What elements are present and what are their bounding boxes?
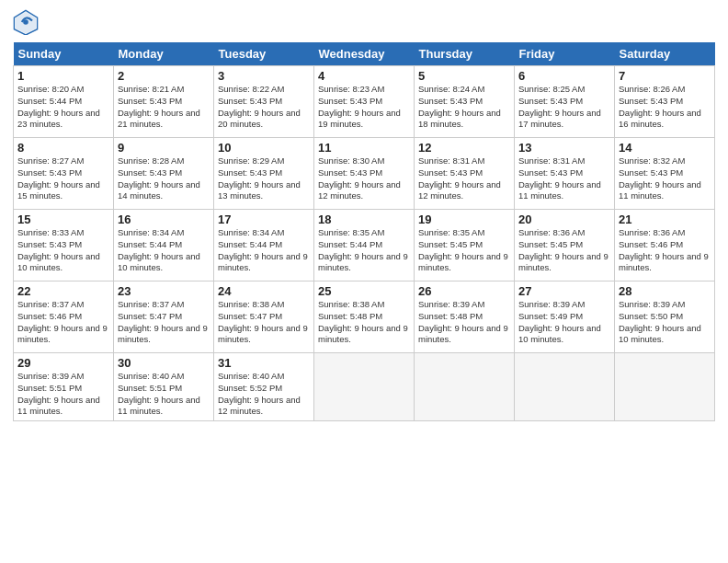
day-number: 14 <box>619 141 711 155</box>
cell-info: Sunrise: 8:20 AMSunset: 5:44 PMDaylight:… <box>17 84 100 129</box>
cell-info: Sunrise: 8:40 AMSunset: 5:52 PMDaylight:… <box>218 371 301 416</box>
day-number: 5 <box>418 69 510 83</box>
calendar-cell: 1Sunrise: 8:20 AMSunset: 5:44 PMDaylight… <box>14 66 114 138</box>
day-number: 17 <box>218 213 310 226</box>
cell-info: Sunrise: 8:31 AMSunset: 5:43 PMDaylight:… <box>518 155 601 201</box>
day-number: 12 <box>418 141 510 155</box>
day-number: 15 <box>17 213 109 226</box>
cell-info: Sunrise: 8:37 AMSunset: 5:47 PMDaylight:… <box>118 299 208 344</box>
cell-info: Sunrise: 8:26 AMSunset: 5:43 PMDaylight:… <box>619 84 701 129</box>
day-number: 3 <box>218 69 310 83</box>
day-number: 31 <box>218 356 310 370</box>
day-number: 6 <box>518 69 610 83</box>
week-row-5: 29Sunrise: 8:39 AMSunset: 5:51 PMDayligh… <box>14 353 715 421</box>
day-number: 20 <box>518 213 610 226</box>
day-number: 29 <box>17 356 109 370</box>
cell-info: Sunrise: 8:29 AMSunset: 5:43 PMDaylight:… <box>218 155 301 201</box>
calendar-cell: 24Sunrise: 8:38 AMSunset: 5:47 PMDayligh… <box>214 282 314 353</box>
day-header-monday: Monday <box>114 42 214 66</box>
calendar-table: SundayMondayTuesdayWednesdayThursdayFrid… <box>13 42 715 421</box>
day-header-sunday: Sunday <box>14 42 114 66</box>
calendar-cell: 18Sunrise: 8:35 AMSunset: 5:44 PMDayligh… <box>314 210 415 282</box>
day-number: 9 <box>118 141 210 155</box>
day-number: 7 <box>619 69 711 83</box>
day-number: 26 <box>418 284 510 298</box>
calendar-cell: 19Sunrise: 8:35 AMSunset: 5:45 PMDayligh… <box>415 210 515 282</box>
cell-info: Sunrise: 8:36 AMSunset: 5:45 PMDaylight:… <box>518 227 609 272</box>
calendar-cell <box>515 353 615 421</box>
svg-point-2 <box>23 19 28 25</box>
week-row-4: 22Sunrise: 8:37 AMSunset: 5:46 PMDayligh… <box>14 282 715 353</box>
calendar-cell: 2Sunrise: 8:21 AMSunset: 5:43 PMDaylight… <box>114 66 214 138</box>
calendar-cell: 20Sunrise: 8:36 AMSunset: 5:45 PMDayligh… <box>515 210 615 282</box>
cell-info: Sunrise: 8:38 AMSunset: 5:48 PMDaylight:… <box>318 299 408 344</box>
calendar-cell: 21Sunrise: 8:36 AMSunset: 5:46 PMDayligh… <box>615 210 715 282</box>
calendar-cell <box>615 353 715 421</box>
calendar-cell: 16Sunrise: 8:34 AMSunset: 5:44 PMDayligh… <box>114 210 214 282</box>
page-container: SundayMondayTuesdayWednesdayThursdayFrid… <box>0 0 728 429</box>
calendar-cell: 26Sunrise: 8:39 AMSunset: 5:48 PMDayligh… <box>415 282 515 353</box>
cell-info: Sunrise: 8:37 AMSunset: 5:46 PMDaylight:… <box>17 299 108 344</box>
day-number: 22 <box>17 284 109 298</box>
day-header-saturday: Saturday <box>615 42 715 66</box>
calendar-cell: 25Sunrise: 8:38 AMSunset: 5:48 PMDayligh… <box>314 282 415 353</box>
cell-info: Sunrise: 8:39 AMSunset: 5:50 PMDaylight:… <box>619 299 701 344</box>
calendar-cell <box>415 353 515 421</box>
day-number: 4 <box>318 69 410 83</box>
calendar-cell: 29Sunrise: 8:39 AMSunset: 5:51 PMDayligh… <box>14 353 114 421</box>
day-number: 1 <box>17 69 109 83</box>
day-number: 28 <box>619 284 711 298</box>
cell-info: Sunrise: 8:22 AMSunset: 5:43 PMDaylight:… <box>218 84 301 129</box>
calendar-cell: 27Sunrise: 8:39 AMSunset: 5:49 PMDayligh… <box>515 282 615 353</box>
calendar-cell: 6Sunrise: 8:25 AMSunset: 5:43 PMDaylight… <box>515 66 615 138</box>
cell-info: Sunrise: 8:25 AMSunset: 5:43 PMDaylight:… <box>518 84 601 129</box>
calendar-cell: 17Sunrise: 8:34 AMSunset: 5:44 PMDayligh… <box>214 210 314 282</box>
cell-info: Sunrise: 8:28 AMSunset: 5:43 PMDaylight:… <box>118 155 200 201</box>
cell-info: Sunrise: 8:34 AMSunset: 5:44 PMDaylight:… <box>218 227 308 272</box>
cell-info: Sunrise: 8:35 AMSunset: 5:44 PMDaylight:… <box>318 227 408 272</box>
cell-info: Sunrise: 8:34 AMSunset: 5:44 PMDaylight:… <box>118 227 200 272</box>
cell-info: Sunrise: 8:40 AMSunset: 5:51 PMDaylight:… <box>118 371 200 416</box>
week-row-3: 15Sunrise: 8:33 AMSunset: 5:43 PMDayligh… <box>14 210 715 282</box>
day-header-tuesday: Tuesday <box>214 42 314 66</box>
cell-info: Sunrise: 8:39 AMSunset: 5:51 PMDaylight:… <box>17 371 100 416</box>
calendar-cell: 10Sunrise: 8:29 AMSunset: 5:43 PMDayligh… <box>214 138 314 210</box>
day-number: 30 <box>118 356 210 370</box>
cell-info: Sunrise: 8:33 AMSunset: 5:43 PMDaylight:… <box>17 227 100 272</box>
cell-info: Sunrise: 8:35 AMSunset: 5:45 PMDaylight:… <box>418 227 508 272</box>
cell-info: Sunrise: 8:32 AMSunset: 5:43 PMDaylight:… <box>619 155 701 201</box>
cell-info: Sunrise: 8:31 AMSunset: 5:43 PMDaylight:… <box>418 155 501 201</box>
calendar-cell: 31Sunrise: 8:40 AMSunset: 5:52 PMDayligh… <box>214 353 314 421</box>
day-number: 23 <box>118 284 210 298</box>
cell-info: Sunrise: 8:27 AMSunset: 5:43 PMDaylight:… <box>17 155 100 201</box>
calendar-cell: 15Sunrise: 8:33 AMSunset: 5:43 PMDayligh… <box>14 210 114 282</box>
calendar-cell: 11Sunrise: 8:30 AMSunset: 5:43 PMDayligh… <box>314 138 415 210</box>
cell-info: Sunrise: 8:21 AMSunset: 5:43 PMDaylight:… <box>118 84 200 129</box>
logo-icon <box>13 9 39 35</box>
day-number: 25 <box>318 284 410 298</box>
calendar-cell: 9Sunrise: 8:28 AMSunset: 5:43 PMDaylight… <box>114 138 214 210</box>
calendar-cell: 22Sunrise: 8:37 AMSunset: 5:46 PMDayligh… <box>14 282 114 353</box>
day-number: 11 <box>318 141 410 155</box>
calendar-cell: 28Sunrise: 8:39 AMSunset: 5:50 PMDayligh… <box>615 282 715 353</box>
week-row-1: 1Sunrise: 8:20 AMSunset: 5:44 PMDaylight… <box>14 66 715 138</box>
day-number: 24 <box>218 284 310 298</box>
day-number: 16 <box>118 213 210 226</box>
cell-info: Sunrise: 8:30 AMSunset: 5:43 PMDaylight:… <box>318 155 401 201</box>
header <box>13 9 715 35</box>
calendar-cell: 8Sunrise: 8:27 AMSunset: 5:43 PMDaylight… <box>14 138 114 210</box>
calendar-cell: 3Sunrise: 8:22 AMSunset: 5:43 PMDaylight… <box>214 66 314 138</box>
day-number: 18 <box>318 213 410 226</box>
calendar-cell: 5Sunrise: 8:24 AMSunset: 5:43 PMDaylight… <box>415 66 515 138</box>
day-number: 21 <box>619 213 711 226</box>
calendar-cell: 30Sunrise: 8:40 AMSunset: 5:51 PMDayligh… <box>114 353 214 421</box>
week-row-2: 8Sunrise: 8:27 AMSunset: 5:43 PMDaylight… <box>14 138 715 210</box>
cell-info: Sunrise: 8:39 AMSunset: 5:48 PMDaylight:… <box>418 299 508 344</box>
cell-info: Sunrise: 8:23 AMSunset: 5:43 PMDaylight:… <box>318 84 401 129</box>
logo <box>13 9 42 35</box>
calendar-cell: 23Sunrise: 8:37 AMSunset: 5:47 PMDayligh… <box>114 282 214 353</box>
calendar-cell <box>314 353 415 421</box>
calendar-cell: 13Sunrise: 8:31 AMSunset: 5:43 PMDayligh… <box>515 138 615 210</box>
day-number: 10 <box>218 141 310 155</box>
header-row: SundayMondayTuesdayWednesdayThursdayFrid… <box>14 42 715 66</box>
